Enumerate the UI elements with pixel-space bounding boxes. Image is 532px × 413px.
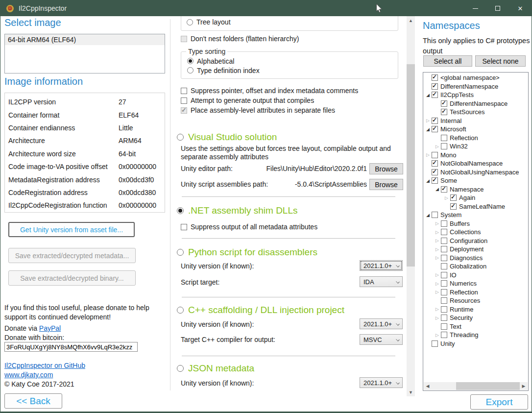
tree-horizontal-scrollbar[interactable]: ◀ ▶ [424,382,528,390]
namespace-checkbox[interactable] [441,109,447,115]
namespace-checkbox[interactable] [432,74,438,81]
expander-icon[interactable] [434,230,441,235]
expander-icon[interactable] [434,255,441,260]
expander-icon[interactable] [424,152,432,157]
expander-icon[interactable] [434,221,441,226]
tree-item[interactable]: Some [424,176,528,185]
close-button[interactable]: ✕ [509,0,532,16]
json-metadata-option[interactable]: JSON metadata [177,363,254,374]
namespace-checkbox[interactable] [441,229,447,235]
namespace-checkbox[interactable] [441,332,447,338]
tree-item[interactable]: Namespace [424,185,528,194]
browse-assemblies-path-button[interactable]: Browse [369,179,403,190]
namespace-checkbox[interactable] [441,280,447,287]
tree-item[interactable]: Mono [424,151,528,160]
expander-icon[interactable] [424,213,432,218]
expander-icon[interactable] [424,127,432,132]
tree-item[interactable]: Security [424,314,528,322]
tree-item[interactable]: Win32 [424,142,528,151]
scroll-down-icon[interactable]: ▼ [407,388,415,396]
script-target-select[interactable]: IDA [360,276,403,287]
back-button[interactable]: << Back [4,393,62,409]
namespace-checkbox[interactable] [441,297,447,304]
image-listbox[interactable]: 64-bit ARM64 (ELF64) [4,34,165,73]
tree-scrollbar-thumb[interactable] [456,382,520,390]
option-checkbox[interactable] [181,97,187,104]
shim-dlls-radio[interactable] [177,207,184,214]
tree-item[interactable]: <global namespace> [424,73,528,82]
expander-icon[interactable] [443,195,450,200]
scroll-right-icon[interactable]: ▶ [520,382,528,390]
tree-item[interactable]: NotGlobalUsingNamespace [424,168,528,177]
maximize-button[interactable] [486,0,509,16]
suppress-metadata-option[interactable]: Suppress output of all metadata attribut… [181,223,317,231]
namespace-tree[interactable]: <global namespace> DifferentNamespace Il… [423,72,529,391]
tree-item[interactable]: Globalization [424,262,528,271]
namespace-checkbox[interactable] [441,246,447,252]
cpp-project-option[interactable]: C++ scaffolding / DLL injection project [177,305,344,316]
option-checkbox[interactable] [181,88,187,94]
tree-item[interactable]: Buffers [424,219,528,228]
shim-dlls-option[interactable]: .NET assembly shim DLLs [177,205,298,216]
type-sorting-option[interactable]: Alphabetical [187,56,260,66]
flatten-option[interactable]: Don't nest folders (flatten hierarchy) [181,35,299,43]
expander-icon[interactable] [434,144,441,149]
namespace-checkbox[interactable] [432,126,438,132]
tree-item[interactable]: TestSources [424,108,528,117]
expander-icon[interactable] [434,316,441,320]
namespace-checkbox[interactable] [432,92,438,98]
type-sorting-radio[interactable] [187,58,193,64]
namespace-checkbox[interactable] [441,289,447,295]
tree-item[interactable]: DifferentNamespace [424,99,528,108]
tree-item[interactable]: Configuration [424,237,528,245]
vs-solution-option[interactable]: Visual Studio solution [177,132,277,143]
scrollbar-thumb[interactable] [407,64,415,267]
expander-icon[interactable] [434,307,441,312]
namespace-checkbox[interactable] [432,340,438,347]
vs-solution-radio[interactable] [177,134,184,141]
select-all-button[interactable]: Select all [423,55,472,67]
tree-item[interactable]: Unity [424,340,528,348]
tree-item[interactable]: Microsoft [424,125,528,134]
expander-icon[interactable] [434,281,441,286]
suppress-metadata-checkbox[interactable] [181,224,187,230]
paypal-link[interactable]: PayPal [39,324,61,332]
tree-item[interactable]: Internal [424,117,528,125]
tree-item[interactable]: Il2CppTests [424,91,528,99]
expander-icon[interactable] [424,178,432,183]
namespace-checkbox[interactable] [441,255,447,261]
tree-item[interactable]: Again [424,194,528,202]
python-script-option[interactable]: Python script for disassemblers [177,247,317,258]
json-unity-version-select[interactable]: 2021.1.0+ [360,377,403,388]
minimize-button[interactable] [464,0,486,16]
github-link[interactable]: Il2CppInspector on GitHub [4,362,85,369]
tree-item[interactable]: SameLeafName [424,202,528,211]
json-metadata-radio[interactable] [177,365,184,372]
tree-item[interactable]: DifferentNamespace [424,82,528,91]
namespace-checkbox[interactable] [441,263,447,269]
cpp-project-radio[interactable] [177,307,184,314]
tree-item[interactable]: Text [424,322,528,331]
namespace-checkbox[interactable] [432,118,438,124]
namespace-checkbox[interactable] [432,160,438,167]
tree-item[interactable]: Runtime [424,305,528,314]
save-metadata-button[interactable]: Save extracted/decrypted metadata... [8,248,136,263]
namespace-checkbox[interactable] [432,177,438,184]
namespace-checkbox[interactable] [441,186,447,193]
tree-item[interactable]: Resources [424,296,528,305]
tree-item[interactable]: NotGlobalNamespace [424,159,528,168]
python-script-radio[interactable] [177,249,184,256]
get-unity-version-button[interactable]: Get Unity version from asset file... [8,222,135,237]
select-none-button[interactable]: Select none [475,55,526,67]
namespace-checkbox[interactable] [441,100,447,107]
namespace-checkbox[interactable] [432,212,438,218]
expander-icon[interactable] [434,290,441,294]
namespace-checkbox[interactable] [432,152,438,158]
expander-icon[interactable] [434,272,441,277]
expander-icon[interactable] [424,93,432,97]
namespace-checkbox[interactable] [441,315,447,321]
py-unity-version-select[interactable]: 2021.1.0+ [360,260,403,271]
namespace-checkbox[interactable] [441,323,447,330]
unity-editor-path-value[interactable]: Files\Unity\Hub\Editor\2020.2.0f1 [265,165,367,172]
tree-item[interactable]: Reflection [424,288,528,297]
